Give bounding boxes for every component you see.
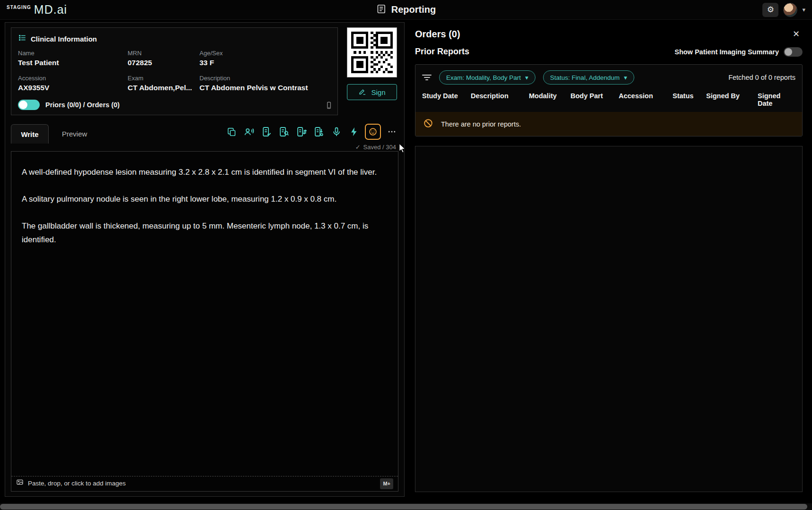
topbar-actions: ⚙ ▾ [762, 3, 805, 17]
signature-icon [358, 87, 367, 97]
orders-title: Orders (0) [415, 29, 460, 40]
field-label: Description [199, 75, 331, 82]
prior-reports-header: Prior Reports Show Patient Imaging Summa… [415, 47, 803, 57]
report-sync-icon[interactable] [295, 125, 308, 138]
exam-filter-label: Exam: Modality, Body Part [446, 74, 521, 81]
tab-preview[interactable]: Preview [62, 130, 87, 144]
app-title-group: Reporting [376, 4, 436, 16]
clinical-information-card: Clinical Information Name Test Patient M… [11, 27, 338, 115]
column-header[interactable]: Body Part [570, 92, 619, 107]
user-avatar[interactable] [783, 3, 797, 17]
prior-reports-table: Exam: Modality, Body Part ▾ Status: Fina… [415, 64, 803, 136]
orders-panel: Orders (0) ✕ Prior Reports Show Patient … [409, 22, 808, 497]
reporting-icon [376, 4, 387, 16]
imaging-summary-label: Show Patient Imaging Summary [674, 48, 779, 56]
field-name: Name Test Patient [18, 50, 128, 67]
field-label: Exam [128, 75, 199, 82]
empty-state-row: There are no prior reports. [415, 112, 802, 136]
column-header[interactable]: Description [471, 92, 529, 107]
patient-fields: Name Test Patient MRN 072825 Age/Sex 33 … [18, 50, 331, 92]
filter-icon[interactable] [422, 75, 432, 80]
exam-filter-dropdown[interactable]: Exam: Modality, Body Part ▾ [439, 70, 536, 85]
fetched-count: Fetched 0 of 0 reports [728, 74, 795, 81]
prior-reports-title: Prior Reports [415, 47, 469, 57]
save-status: ✓ Saved / 304 [355, 142, 396, 153]
column-header[interactable]: Signed By [706, 92, 758, 107]
report-macro-icon[interactable] [312, 125, 326, 138]
report-check-icon[interactable] [260, 125, 273, 138]
field-value: 072825 [128, 59, 199, 67]
imaging-summary-toggle[interactable] [784, 47, 803, 57]
close-icon[interactable]: ✕ [790, 28, 803, 40]
sign-label: Sign [371, 88, 385, 96]
chevron-down-icon: ▾ [624, 74, 627, 81]
status-filter-dropdown[interactable]: Status: Final, Addendum ▾ [543, 70, 634, 85]
field-description: Description CT Abdomen Pelvis w Contrast [199, 75, 331, 92]
ai-assistant-icon[interactable] [365, 124, 381, 140]
gear-icon: ⚙ [767, 5, 774, 15]
field-value: AX9355V [18, 84, 128, 92]
field-mrn: MRN 072825 [128, 50, 199, 67]
tab-write[interactable]: Write [11, 124, 49, 144]
column-header[interactable]: Status [673, 92, 706, 107]
report-search-icon[interactable] [277, 125, 291, 138]
tab-write-label: Write [21, 130, 38, 138]
microphone-icon[interactable] [330, 125, 343, 138]
add-images-hint: Paste, drop, or click to add images [28, 478, 126, 489]
field-label: Name [18, 50, 128, 57]
report-editor[interactable]: ✓ Saved / 304 A well-defined hypodense l… [11, 151, 398, 492]
priors-orders-toggle-row: Priors (0/0) / Orders (0) [18, 100, 331, 110]
copy-icon[interactable] [225, 125, 238, 138]
image-icon [16, 478, 24, 489]
main-area: Clinical Information Name Test Patient M… [0, 20, 812, 510]
dictation-speaker-icon[interactable] [242, 125, 256, 138]
report-paragraph: A solitary pulmonary nodule is seen in t… [22, 193, 381, 206]
chevron-down-icon[interactable]: ▾ [802, 6, 805, 13]
mdai-logo[interactable]: MD.ai [34, 4, 67, 16]
chevron-down-icon: ▾ [525, 74, 528, 81]
report-paragraph: The gallbladder wall is thickened, measu… [22, 220, 381, 246]
priors-orders-toggle[interactable] [18, 100, 40, 110]
report-paragraph: A well-defined hypodense lesion measurin… [22, 166, 381, 179]
report-panel: Clinical Information Name Test Patient M… [5, 22, 405, 497]
field-value: CT Abdomen Pelvis w Contrast [199, 84, 331, 92]
column-header[interactable]: Accession [619, 92, 673, 107]
more-options-icon[interactable] [385, 125, 398, 138]
top-bar: STAGING MD.ai Reporting ⚙ ▾ [0, 0, 812, 20]
clinical-section: Clinical Information Name Test Patient M… [11, 27, 398, 115]
reports-list-area [415, 146, 803, 492]
add-images-dropzone[interactable]: Paste, drop, or click to add images M+ [11, 476, 398, 491]
field-age-sex: Age/Sex 33 F [199, 50, 331, 67]
field-label: Age/Sex [199, 50, 331, 57]
qr-code[interactable] [347, 27, 397, 77]
column-header[interactable]: Modality [529, 92, 570, 107]
horizontal-scrollbar [0, 503, 812, 510]
editor-toolbar [225, 124, 398, 144]
editor-tabs: Write Preview [11, 124, 398, 144]
lightning-icon[interactable] [347, 125, 361, 138]
page-title: Reporting [391, 4, 436, 15]
tab-preview-label: Preview [62, 130, 87, 138]
field-exam: Exam CT Abdomen,Pel... [128, 75, 199, 92]
field-value: CT Abdomen,Pel... [128, 84, 199, 92]
field-label: Accession [18, 75, 128, 82]
clinical-list-icon [18, 34, 26, 44]
orders-header: Orders (0) ✕ [415, 26, 803, 42]
sign-button[interactable]: Sign [347, 84, 397, 100]
environment-badge: STAGING [7, 5, 31, 10]
field-label: MRN [128, 50, 199, 57]
prohibited-icon [423, 118, 433, 130]
save-status-text: Saved / 304 [363, 142, 396, 153]
field-accession: Accession AX9355V [18, 75, 128, 92]
status-filter-label: Status: Final, Addendum [550, 74, 620, 81]
qr-sign-column: Sign [346, 27, 398, 115]
column-header[interactable]: Signed Date [758, 92, 795, 107]
brand: STAGING MD.ai [7, 4, 67, 16]
check-icon: ✓ [355, 142, 361, 153]
column-header[interactable]: Study Date [422, 92, 471, 107]
settings-button[interactable]: ⚙ [762, 3, 778, 17]
imaging-summary-toggle-group: Show Patient Imaging Summary [674, 47, 803, 57]
horizontal-scrollbar-thumb[interactable] [0, 504, 807, 510]
field-value: 33 F [199, 59, 331, 67]
mobile-device-icon[interactable] [325, 102, 333, 111]
